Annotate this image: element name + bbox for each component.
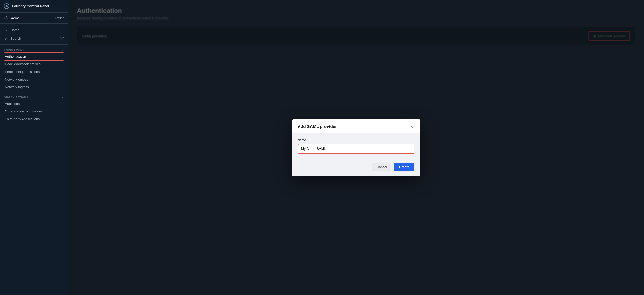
enrollment-permissions-label: Enrollment permissions <box>5 70 40 74</box>
network-egress-label: Network egress <box>5 78 28 81</box>
svg-line-4 <box>6 17 8 18</box>
add-saml-provider-modal: Add SAML provider × Name Cancel Create <box>292 119 420 176</box>
sidebar-item-audit-logs[interactable]: Audit logs <box>4 100 64 107</box>
enrollment-items: Authentication Code Workbook profiles En… <box>4 53 64 91</box>
modal-overlay: Add SAML provider × Name Cancel Create <box>68 0 644 295</box>
authentication-label: Authentication <box>5 55 26 58</box>
svg-rect-2 <box>8 18 8 19</box>
sidebar-item-third-party-applications[interactable]: Third-party applications <box>4 115 64 123</box>
organizations-chevron-icon: ▼ <box>62 96 64 99</box>
nav-search-label: Search <box>10 36 21 40</box>
search-shortcut: ⌘J <box>60 37 64 40</box>
enrollment-section: ENROLLMENT ▼ Authentication Code Workboo… <box>0 45 68 92</box>
app-logo-icon <box>4 3 10 9</box>
sidebar-item-authentication[interactable]: Authentication <box>4 53 64 60</box>
organizations-section-title: ORGANIZATIONS <box>4 96 28 99</box>
third-party-applications-label: Third-party applications <box>5 117 40 121</box>
audit-logs-label: Audit logs <box>5 102 20 105</box>
modal-footer: Cancel Create <box>292 160 420 176</box>
home-icon: ⌂ <box>4 28 8 32</box>
sidebar-header: Foundry Control Panel <box>0 0 68 12</box>
modal-close-button[interactable]: × <box>409 124 414 129</box>
network-ingress-label: Network ingress <box>5 85 29 89</box>
main-content-area: Authentication Integrate identity provid… <box>68 0 644 295</box>
code-workbook-profiles-label: Code Workbook profiles <box>5 62 40 66</box>
name-input[interactable] <box>298 144 414 154</box>
sidebar-item-enrollment-permissions[interactable]: Enrollment permissions <box>4 68 64 76</box>
account-icon <box>4 15 9 20</box>
cancel-button[interactable]: Cancel <box>372 163 392 171</box>
name-field-label: Name <box>298 138 414 142</box>
modal-title: Add SAML provider <box>298 124 337 129</box>
nav-item-search[interactable]: ⌕ Search ⌘J <box>0 34 68 42</box>
organizations-section-header[interactable]: ORGANIZATIONS ▼ <box>4 96 64 99</box>
nav-item-home[interactable]: ⌂ Home <box>0 26 68 34</box>
svg-rect-0 <box>6 16 7 17</box>
svg-line-3 <box>5 17 6 18</box>
search-icon: ⌕ <box>4 36 8 40</box>
svg-rect-1 <box>4 18 6 19</box>
switch-button[interactable]: Switch <box>56 16 64 20</box>
organizations-items: Audit logs Organization permissions Thir… <box>4 100 64 123</box>
sidebar-item-organization-permissions[interactable]: Organization permissions <box>4 107 64 115</box>
enrollment-chevron-icon: ▼ <box>62 49 64 52</box>
sidebar-item-network-ingress[interactable]: Network ingress <box>4 83 64 91</box>
app-title: Foundry Control Panel <box>12 4 49 8</box>
account-name: Acme <box>11 16 20 20</box>
organization-permissions-label: Organization permissions <box>5 109 42 113</box>
sidebar: Foundry Control Panel Acme Switch ⌂ Home <box>0 0 68 295</box>
enrollment-section-title: ENROLLMENT <box>4 49 24 52</box>
modal-header: Add SAML provider × <box>292 119 420 133</box>
create-button[interactable]: Create <box>394 163 414 171</box>
nav-home-label: Home <box>10 28 19 32</box>
enrollment-section-header[interactable]: ENROLLMENT ▼ <box>4 49 64 52</box>
sidebar-item-network-egress[interactable]: Network egress <box>4 76 64 83</box>
modal-body: Name <box>292 133 420 160</box>
main-nav: ⌂ Home ⌕ Search ⌘J <box>0 24 68 45</box>
sidebar-item-code-workbook-profiles[interactable]: Code Workbook profiles <box>4 60 64 68</box>
account-switcher[interactable]: Acme Switch <box>0 12 68 24</box>
organizations-section: ORGANIZATIONS ▼ Audit logs Organization … <box>0 92 68 124</box>
